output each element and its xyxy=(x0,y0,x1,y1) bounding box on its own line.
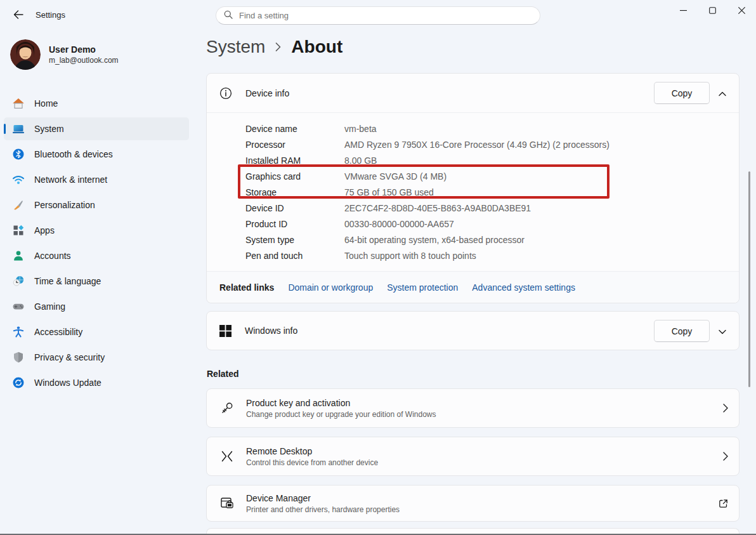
device-info-collapse-button[interactable] xyxy=(712,83,733,103)
remote-desktop-icon xyxy=(219,449,235,463)
sidebar-item-label: Windows Update xyxy=(34,378,101,388)
time-language-icon xyxy=(12,275,25,287)
windows-info-card[interactable]: Windows info Copy xyxy=(206,311,740,350)
sidebar-item-personalization[interactable]: Personalization xyxy=(4,194,189,216)
device-row-device-id: Device ID 2EC7C4F2-8D8D-40E5-B863-A9AB0D… xyxy=(207,200,739,216)
back-button[interactable] xyxy=(8,5,29,25)
search-input[interactable]: Find a setting xyxy=(216,6,540,25)
accessibility-icon xyxy=(12,326,25,338)
sidebar-item-home[interactable]: Home xyxy=(4,92,189,115)
sidebar-item-windows-update[interactable]: Windows Update xyxy=(4,371,189,394)
related-links-label: Related links xyxy=(219,282,274,293)
device-info-copy-button[interactable]: Copy xyxy=(654,82,710,104)
sidebar-item-label: Personalization xyxy=(34,200,95,210)
breadcrumb: System About xyxy=(206,37,342,57)
app-title: Settings xyxy=(36,0,65,30)
privacy-shield-icon xyxy=(12,351,25,364)
sidebar-item-label: Time & language xyxy=(34,276,101,286)
external-link-icon xyxy=(719,499,728,508)
gaming-icon xyxy=(12,300,25,313)
link-domain-or-workgroup[interactable]: Domain or workgroup xyxy=(288,282,373,293)
device-row-pen-touch: Pen and touch Touch support with 8 touch… xyxy=(207,248,739,263)
sidebar-item-time-language[interactable]: Time & language xyxy=(4,270,189,293)
sidebar-item-system[interactable]: System xyxy=(4,117,189,140)
device-row-storage: Storage 75 GB of 150 GB used xyxy=(207,184,739,200)
row-label: Device name xyxy=(245,124,344,134)
close-icon xyxy=(738,6,745,16)
remote-desktop-card[interactable]: Remote Desktop Control this device from … xyxy=(206,437,740,476)
device-info-card: Device info Copy Device name vm-beta Pro… xyxy=(206,73,740,303)
key-icon xyxy=(219,400,235,416)
sidebar-item-apps[interactable]: Apps xyxy=(4,219,189,242)
minimize-button[interactable] xyxy=(668,0,698,22)
row-value: AMD Ryzen 9 7950X 16-Core Processor (4.4… xyxy=(344,140,609,150)
back-arrow-icon xyxy=(13,10,23,21)
row-label: Pen and touch xyxy=(245,251,344,261)
window-controls xyxy=(668,0,756,22)
sidebar-item-privacy-security[interactable]: Privacy & security xyxy=(4,346,189,369)
sidebar-item-bluetooth-devices[interactable]: Bluetooth & devices xyxy=(4,143,189,166)
row-value: VMware SVGA 3D (4 MB) xyxy=(344,171,446,182)
user-profile[interactable]: User Demo m_lab@outlook.com xyxy=(10,39,119,70)
accounts-icon xyxy=(12,249,25,262)
windows-info-expand-button[interactable] xyxy=(712,321,733,341)
row-label: System type xyxy=(245,235,344,245)
device-row-device-name: Device name vm-beta xyxy=(207,121,739,136)
info-icon xyxy=(219,87,232,100)
row-label: Product ID xyxy=(245,219,344,229)
related-links-row: Related links Domain or workgroup System… xyxy=(207,271,739,303)
row-label: Device ID xyxy=(245,203,344,213)
scrollbar[interactable] xyxy=(748,171,750,387)
device-info-details: Device name vm-beta Processor AMD Ryzen … xyxy=(207,113,739,263)
chevron-right-icon xyxy=(723,404,728,413)
sidebar-item-label: Apps xyxy=(34,225,55,235)
device-manager-subtitle: Printer and other drivers, hardware prop… xyxy=(246,505,400,514)
product-key-card[interactable]: Product key and activation Change produc… xyxy=(206,388,740,428)
sidebar-item-label: Accounts xyxy=(34,251,71,261)
sidebar-item-label: Privacy & security xyxy=(34,352,105,362)
row-value: 8.00 GB xyxy=(344,155,377,166)
device-manager-icon xyxy=(219,496,235,511)
link-system-protection[interactable]: System protection xyxy=(387,282,458,293)
main-content: System About Device info Copy Device nam… xyxy=(206,30,740,535)
user-name: User Demo xyxy=(49,44,119,55)
breadcrumb-chevron-icon xyxy=(275,37,282,57)
chevron-up-icon xyxy=(719,88,726,98)
sidebar-item-label: Home xyxy=(34,98,58,109)
row-value: 00330-80000-00000-AA657 xyxy=(344,219,454,229)
row-value: 2EC7C4F2-8D8D-40E5-B863-A9AB0DA3BE91 xyxy=(344,203,531,213)
user-email: m_lab@outlook.com xyxy=(49,55,119,65)
close-button[interactable] xyxy=(727,0,756,22)
system-icon xyxy=(12,122,25,135)
chevron-down-icon xyxy=(719,326,726,336)
device-info-title: Device info xyxy=(245,88,289,98)
bluetooth-icon xyxy=(12,148,25,161)
sidebar-nav: Home System Bluetooth & devices Network … xyxy=(4,92,189,394)
sidebar-item-accounts[interactable]: Accounts xyxy=(4,244,189,267)
windows-update-icon xyxy=(12,376,25,389)
maximize-button[interactable] xyxy=(698,0,727,22)
device-row-processor: Processor AMD Ryzen 9 7950X 16-Core Proc… xyxy=(207,136,739,152)
sidebar-item-gaming[interactable]: Gaming xyxy=(4,295,189,318)
row-label: Graphics card xyxy=(245,171,344,182)
windows-info-copy-button[interactable]: Copy xyxy=(654,320,710,342)
sidebar-item-label: Network & internet xyxy=(34,175,107,185)
sidebar-item-network-internet[interactable]: Network & internet xyxy=(4,168,189,191)
row-label: Installed RAM xyxy=(245,155,344,166)
minimize-icon xyxy=(680,6,687,16)
windows-info-title: Windows info xyxy=(245,326,297,336)
titlebar: Settings Find a setting xyxy=(0,0,756,30)
device-info-header[interactable]: Device info Copy xyxy=(207,74,739,113)
device-row-graphics-card: Graphics card VMware SVGA 3D (4 MB) xyxy=(207,168,739,184)
link-advanced-system-settings[interactable]: Advanced system settings xyxy=(472,282,575,293)
home-icon xyxy=(12,97,25,110)
device-manager-card[interactable]: Device Manager Printer and other drivers… xyxy=(206,485,740,522)
avatar xyxy=(10,39,41,70)
breadcrumb-system[interactable]: System xyxy=(206,37,265,57)
sidebar-item-label: Accessibility xyxy=(34,327,82,337)
sidebar-item-label: System xyxy=(34,124,64,134)
sidebar-item-accessibility[interactable]: Accessibility xyxy=(4,320,189,343)
row-value: 64-bit operating system, x64-based proce… xyxy=(344,235,525,245)
product-key-subtitle: Change product key or upgrade your editi… xyxy=(246,410,436,419)
related-heading: Related xyxy=(207,369,239,379)
